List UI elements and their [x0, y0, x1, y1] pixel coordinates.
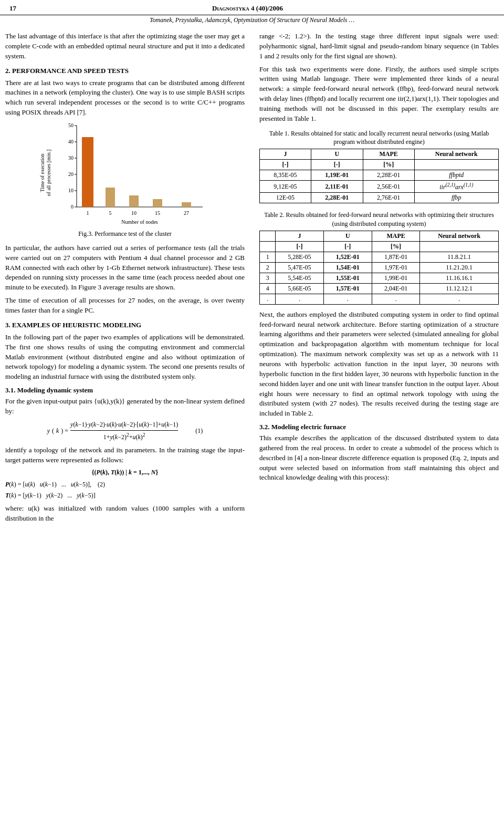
table2-sub-idx	[260, 241, 276, 252]
table1-sub-nn	[414, 160, 498, 170]
set1: {(P(k), T(k)) | k = 1,..., N}	[5, 469, 245, 476]
formula1: y(k) = y(k−1)·y(k−2)·u(k)·u(k−2)·[u(k)−1…	[5, 420, 245, 442]
table1-caption: Table 1. Results obtained for static and…	[259, 129, 499, 147]
table2-section: Table 2. Results obtained for feed-forwa…	[259, 211, 499, 305]
table2-header-nn: Neural network	[420, 231, 499, 241]
table2-row1: 1 5,28E-05 1,52E-01 1,87E-01 11.8.21.1	[260, 252, 499, 262]
table1-header-j: J	[260, 149, 311, 160]
table2-row4: 4 5,66E-05 1,57E-01 2,04E-01 11.12.12.1	[260, 283, 499, 294]
page-number: 17	[9, 4, 16, 13]
table1-row3: 12E-05 2,28E-01 2,76E-01 ffbp	[260, 193, 499, 203]
right-para3: Next, the authors employed the distribut…	[259, 310, 499, 419]
svg-text:40: 40	[68, 139, 74, 144]
table2-header-mape: MAPE	[372, 231, 419, 241]
table2-sub-mape: [%]	[372, 241, 419, 252]
section2-para3: The time of execution of all processes f…	[5, 296, 245, 316]
table2-header-idx	[260, 231, 276, 241]
journal-title: Diagnostyka 4 (40)/2006	[16, 4, 479, 13]
subsection32-heading: 3.2. Modeling electric furnace	[259, 423, 499, 431]
subsection31-para3: where: u(k) was initialized with random …	[5, 504, 245, 524]
table1-header-mape: MAPE	[363, 149, 414, 160]
left-column: The last advantage of this interface is …	[5, 32, 252, 527]
svg-text:27: 27	[184, 210, 189, 216]
section2-heading: 2. PERFORMANCE AND SPEED TESTS	[5, 67, 245, 75]
bar-5	[106, 188, 115, 207]
svg-text:10: 10	[131, 210, 136, 216]
right-column: range <-2; 1.2>). In the testing stage t…	[252, 32, 499, 527]
chart-caption: Fig.3. Performance test of the cluster	[78, 230, 172, 238]
chart-svg: 0 10 20 30 40 50	[56, 123, 208, 225]
section2-para2: In particular, the authors have carried …	[5, 243, 245, 293]
svg-text:10: 10	[68, 188, 74, 193]
svg-text:30: 30	[68, 155, 74, 161]
svg-text:5: 5	[109, 210, 112, 216]
table1-header-u: U	[311, 149, 363, 160]
table1-row2: 9,12E-05 2,11E-01 2,56E-01 iir(2,1)arx(1…	[260, 181, 499, 193]
table2-row3: 3 5,54E-05 1,55E-01 1,99E-01 11.16.16.1	[260, 273, 499, 283]
table2-header-u: U	[323, 231, 372, 241]
bar-1	[82, 137, 93, 207]
table2-sub-j: [-]	[276, 241, 323, 252]
section3-heading: 3. EXAMPLES OF HEURISTIC MODELING	[5, 321, 245, 329]
table2-row-dot: . . . . .	[260, 294, 499, 304]
page-subtitle: Tomanek, Przystałka, Adamczyk, Optymizat…	[0, 15, 504, 27]
table1-sub-u: [-]	[311, 160, 363, 170]
subsection32-para1: This example describes the application o…	[259, 433, 499, 483]
table2-row2: 2 5,47E-05 1,54E-01 1,97E-01 11.21.20.1	[260, 262, 499, 273]
svg-text:1: 1	[87, 210, 89, 216]
section2-para1: There are at last two ways to create pro…	[5, 78, 245, 118]
svg-text:20: 20	[68, 171, 74, 177]
table1-sub-mape: [%]	[363, 160, 414, 170]
table1-row1: 8,35E-05 1,19E-01 2,28E-01 ffbptd	[260, 170, 499, 181]
table2: J U MAPE Neural network [-] [-] [%]	[259, 231, 499, 305]
performance-chart: Time of executionof all processes [min.]…	[5, 123, 245, 238]
section3-para1: In the following part of the paper two e…	[5, 333, 245, 382]
y-axis-label: Time of executionof all processes [min.]	[39, 149, 52, 196]
bar-10	[129, 195, 139, 207]
table2-caption: Table 2. Results obtained for feed-forwa…	[259, 211, 499, 229]
table2-sub-u: [-]	[323, 241, 372, 252]
bar-15	[153, 199, 162, 207]
table2-header-j: J	[276, 231, 323, 241]
subsection31-heading: 3.1. Modeling dynamic system	[5, 386, 245, 395]
subsection31-para2: identify a topology of the network and i…	[5, 445, 245, 465]
page-header: 17 Diagnostyka 4 (40)/2006	[0, 0, 504, 15]
table1: J U MAPE Neural network [-] [-] [%] 8,35…	[259, 149, 499, 203]
table1-section: Table 1. Results obtained for static and…	[259, 129, 499, 204]
svg-text:Number of nodes: Number of nodes	[121, 219, 158, 225]
table2-sub-nn	[420, 241, 499, 252]
table1-header-nn: Neural network	[414, 149, 498, 160]
table1-sub-j: [-]	[260, 160, 311, 170]
right-para2: For this task two experiments were done.…	[259, 65, 499, 124]
intro-paragraph: The last advantage of this interface is …	[5, 32, 245, 61]
right-para1: range <-2; 1.2>). In the testing stage t…	[259, 32, 499, 61]
svg-text:0: 0	[71, 204, 74, 210]
bar-27	[182, 202, 191, 207]
svg-text:15: 15	[155, 210, 160, 216]
subsection31-para1: For the given input-output pairs {u(k),y…	[5, 397, 245, 417]
svg-text:50: 50	[68, 123, 74, 128]
formula2: P(k) = [u(k) u(k−1) ... u(k−5)], (2) T(k…	[5, 480, 245, 501]
